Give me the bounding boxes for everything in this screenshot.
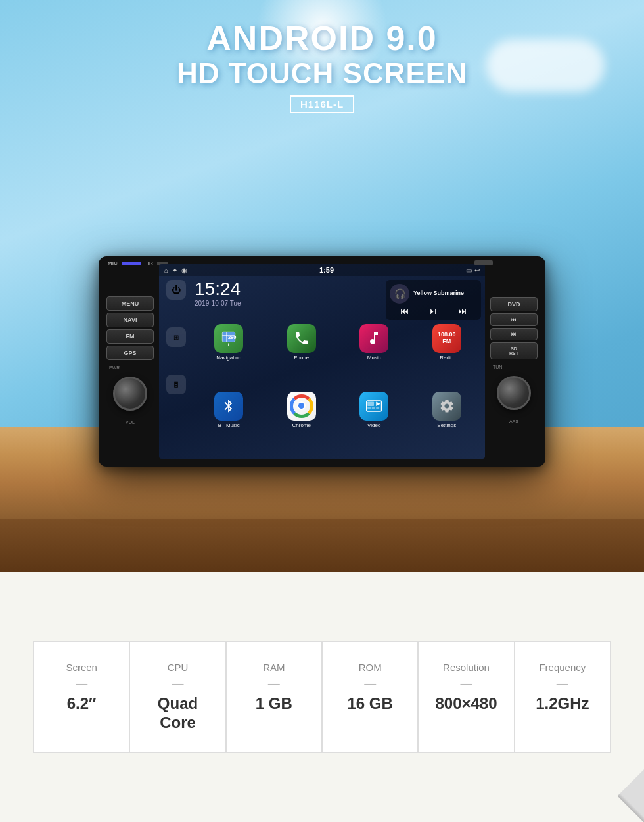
brightness-icon: ✦	[172, 267, 177, 274]
app-settings[interactable]: Settings	[413, 392, 482, 455]
play-pause-button[interactable]: ⏯	[429, 306, 438, 316]
car-stereo-device: MIC IR MENU NAVI FM GPS PWR	[99, 256, 545, 467]
hero-title: ANDROID 9.0 HD TOUCH SCREEN H116L-L	[177, 20, 467, 113]
music-app-icon	[359, 324, 388, 353]
tuning-knob-area	[490, 376, 538, 410]
status-left-icons: ⌂ ✦ ◉	[164, 267, 187, 274]
ram-value: 1 GB	[240, 695, 308, 714]
mic-area: MIC IR	[108, 260, 168, 266]
sd-rst-button[interactable]: SDRST	[490, 342, 538, 359]
volume-knob[interactable]	[113, 377, 147, 411]
ram-divider: —	[240, 677, 308, 691]
screen-divider: —	[47, 677, 116, 691]
eye-icon: ◉	[181, 267, 187, 274]
chrome-label: Chrome	[292, 422, 311, 428]
navigation-label: Navigation	[216, 355, 241, 361]
navigation-icon: 280	[214, 324, 243, 353]
screen-value: 6.2″	[47, 695, 116, 714]
model-badge: H116L-L	[290, 95, 354, 113]
equalizer-icon[interactable]: 🎛	[166, 375, 186, 394]
app-video[interactable]: Video	[340, 392, 409, 455]
app-phone[interactable]: Phone	[267, 324, 336, 388]
radio-label: Radio	[440, 355, 453, 361]
status-right-icons: ▭ ↩	[466, 267, 480, 274]
main-home: 15:24 2019-10-07 Tue 🎧 Yellow Submarine …	[195, 280, 481, 455]
spec-cpu: CPU — QuadCore	[129, 641, 225, 753]
status-time: 1:59	[319, 266, 334, 274]
rom-value: 16 GB	[336, 695, 404, 714]
chrome-app-icon	[287, 392, 316, 421]
status-bar: ⌂ ✦ ◉ 1:59 ▭ ↩	[159, 264, 485, 276]
app-bt-music[interactable]: BT Music	[195, 392, 264, 455]
vol-label: VOL	[126, 420, 135, 424]
spec-resolution: Resolution — 800×480	[418, 641, 514, 753]
menu-button[interactable]: MENU	[106, 296, 154, 311]
settings-icon	[432, 392, 461, 421]
gps-button[interactable]: GPS	[106, 346, 154, 360]
radio-icon: 108.00FM	[432, 324, 461, 353]
shelf-front	[0, 519, 644, 572]
specs-section: Screen — 6.2″ CPU — QuadCore RAM — 1 GB …	[0, 572, 644, 822]
resolution-label: Resolution	[432, 662, 500, 673]
specs-grid: Screen — 6.2″ CPU — QuadCore RAM — 1 GB …	[33, 641, 611, 754]
device-wrapper: MIC IR MENU NAVI FM GPS PWR	[99, 256, 545, 467]
screen-icon: ▭	[466, 267, 472, 274]
title-line1: ANDROID 9.0	[177, 20, 467, 57]
music-album-icon: 🎧	[390, 284, 409, 304]
frequency-divider: —	[528, 677, 597, 691]
svg-rect-8	[372, 407, 375, 408]
clock-time: 15:24	[195, 280, 382, 298]
left-home-icons: ⏻ ⊞ 🎛	[163, 280, 189, 455]
svg-rect-7	[368, 407, 371, 408]
app-music[interactable]: Music	[340, 324, 409, 388]
device-screen: ⌂ ✦ ◉ 1:59 ▭ ↩ ⏻ ⊞	[159, 264, 485, 459]
ff-btn[interactable]: ⏭	[490, 328, 538, 340]
music-controls: ⏮ ⏯ ⏭	[390, 306, 477, 316]
spec-frequency: Frequency — 1.2GHz	[515, 641, 610, 753]
phone-label: Phone	[294, 355, 309, 361]
right-buttons: DVD ⏮ ⏭ SDRST	[490, 297, 538, 359]
power-icon[interactable]: ⏻	[166, 280, 186, 300]
prev-track-button[interactable]: ⏮	[400, 306, 409, 316]
bt-music-label: BT Music	[218, 422, 240, 428]
music-label: Music	[367, 355, 381, 361]
app-chrome[interactable]: Chrome	[267, 392, 336, 455]
navi-button[interactable]: NAVI	[106, 313, 154, 327]
left-buttons: MENU NAVI FM GPS	[106, 296, 154, 360]
music-title: Yellow Submarine	[413, 290, 477, 298]
resolution-divider: —	[432, 677, 500, 691]
fm-button[interactable]: FM	[106, 329, 154, 344]
pwr-label: PWR	[109, 365, 120, 370]
home-content: ⏻ ⊞ 🎛 15:24 2019-10-07 Tue	[159, 276, 485, 459]
mic-label: MIC	[108, 260, 118, 266]
frequency-label: Frequency	[528, 662, 597, 673]
clock-area: 15:24 2019-10-07 Tue	[195, 280, 382, 307]
cpu-label: CPU	[143, 662, 212, 673]
ir-label: IR	[148, 260, 153, 266]
spec-ram: RAM — 1 GB	[226, 641, 322, 753]
apps-grid-icon[interactable]: ⊞	[166, 327, 186, 347]
svg-rect-9	[377, 407, 380, 408]
app-navigation[interactable]: 280 Navigation	[195, 324, 264, 388]
music-top: 🎧 Yellow Submarine	[390, 284, 477, 304]
hero-section: ANDROID 9.0 HD TOUCH SCREEN H116L-L MIC …	[0, 0, 644, 572]
prev-btn[interactable]: ⏮	[490, 313, 538, 326]
top-row: 15:24 2019-10-07 Tue 🎧 Yellow Submarine …	[195, 280, 481, 320]
screen-label: Screen	[47, 662, 116, 673]
tuning-knob[interactable]	[497, 376, 531, 410]
ram-label: RAM	[240, 662, 308, 673]
dvd-button[interactable]: DVD	[490, 297, 538, 311]
back-icon: ↩	[474, 267, 480, 274]
video-icon	[359, 392, 388, 421]
cpu-value: QuadCore	[143, 695, 212, 733]
music-widget: 🎧 Yellow Submarine ⏮ ⏯ ⏭	[386, 280, 481, 320]
volume-knob-area	[106, 377, 154, 411]
clock-date: 2019-10-07 Tue	[195, 300, 382, 307]
rom-label: ROM	[336, 662, 404, 673]
mic-indicator	[122, 262, 141, 265]
next-track-button[interactable]: ⏭	[458, 306, 467, 316]
frequency-value: 1.2GHz	[528, 695, 597, 714]
app-radio[interactable]: 108.00FM Radio	[413, 324, 482, 388]
resolution-value: 800×480	[432, 695, 500, 714]
home-status-icon: ⌂	[164, 267, 168, 274]
